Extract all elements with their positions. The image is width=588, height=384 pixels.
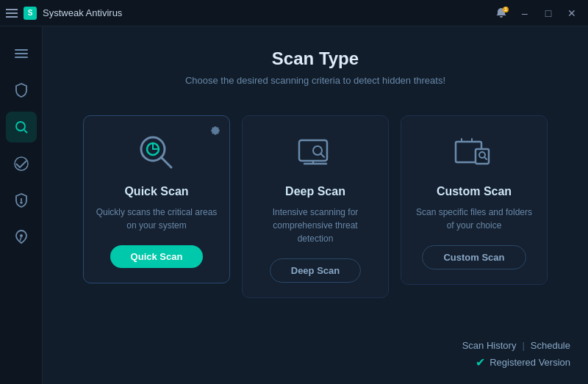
- deep-scan-icon: [290, 131, 341, 175]
- registered-badge: ✔ Registered Version: [476, 355, 570, 369]
- svg-line-9: [20, 237, 21, 241]
- quick-scan-desc: Quickly scans the critical areas on your…: [96, 206, 218, 232]
- deep-scan-card[interactable]: Deep Scan Intensive scanning for compreh…: [242, 115, 389, 298]
- custom-scan-button[interactable]: Custom Scan: [422, 245, 526, 269]
- deep-scan-button[interactable]: Deep Scan: [270, 258, 361, 283]
- quick-scan-card[interactable]: Quick Scan Quickly scans the critical ar…: [83, 115, 230, 283]
- app-logo: S: [24, 7, 37, 20]
- footer-divider: |: [522, 340, 524, 351]
- sidebar: [0, 26, 43, 384]
- svg-point-8: [20, 234, 23, 237]
- sidebar-item-checkmark[interactable]: [6, 148, 37, 179]
- page-title: Scan Type: [272, 48, 359, 69]
- scan-cards-row: Quick Scan Quickly scans the critical ar…: [83, 115, 548, 298]
- schedule-link[interactable]: Schedule: [531, 340, 570, 351]
- deep-scan-desc: Intensive scanning for comprehensive thr…: [254, 206, 376, 245]
- main-layout: Scan Type Choose the desired scanning cr…: [0, 26, 588, 384]
- footer: Scan History | Schedule ✔ Registered Ver…: [462, 340, 570, 369]
- quick-scan-gear-icon[interactable]: [210, 125, 220, 135]
- content-area: Scan Type Choose the desired scanning cr…: [43, 26, 588, 384]
- registered-icon: ✔: [476, 355, 485, 369]
- quick-scan-icon: [131, 131, 182, 175]
- deep-scan-title: Deep Scan: [285, 185, 345, 198]
- hamburger-icon[interactable]: [6, 9, 18, 18]
- maximize-button[interactable]: □: [538, 5, 559, 21]
- svg-line-19: [321, 153, 325, 157]
- quick-scan-button[interactable]: Quick Scan: [110, 245, 204, 268]
- quick-scan-title: Quick Scan: [124, 185, 188, 198]
- close-button[interactable]: ✕: [562, 5, 582, 21]
- svg-line-11: [161, 157, 171, 167]
- sidebar-item-protection[interactable]: [6, 185, 37, 216]
- sidebar-item-scan[interactable]: [6, 112, 37, 142]
- custom-scan-title: Custom Scan: [437, 185, 512, 198]
- svg-line-4: [24, 130, 27, 133]
- notification-button[interactable]: 1: [491, 5, 512, 21]
- notification-dot: 1: [503, 7, 509, 12]
- footer-links: Scan History | Schedule: [462, 340, 570, 351]
- minimize-button[interactable]: –: [514, 5, 535, 21]
- titlebar: S Systweak Antivirus 1 – □ ✕: [0, 0, 588, 26]
- titlebar-left: S Systweak Antivirus: [6, 7, 122, 20]
- svg-point-3: [16, 122, 25, 131]
- app-title: Systweak Antivirus: [43, 7, 122, 18]
- sidebar-item-menu[interactable]: [6, 38, 37, 69]
- custom-scan-card[interactable]: Custom Scan Scan specific files and fold…: [401, 115, 548, 285]
- svg-point-7: [21, 202, 22, 203]
- sidebar-item-boost[interactable]: [6, 222, 37, 253]
- titlebar-right: 1 – □ ✕: [491, 5, 582, 21]
- scan-history-link[interactable]: Scan History: [462, 340, 517, 351]
- custom-scan-icon: [448, 131, 500, 175]
- registered-label: Registered Version: [490, 357, 570, 368]
- page-subtitle: Choose the desired scanning criteria to …: [185, 75, 445, 86]
- sidebar-item-shield[interactable]: [6, 75, 37, 106]
- custom-scan-desc: Scan specific files and folders of your …: [413, 206, 535, 232]
